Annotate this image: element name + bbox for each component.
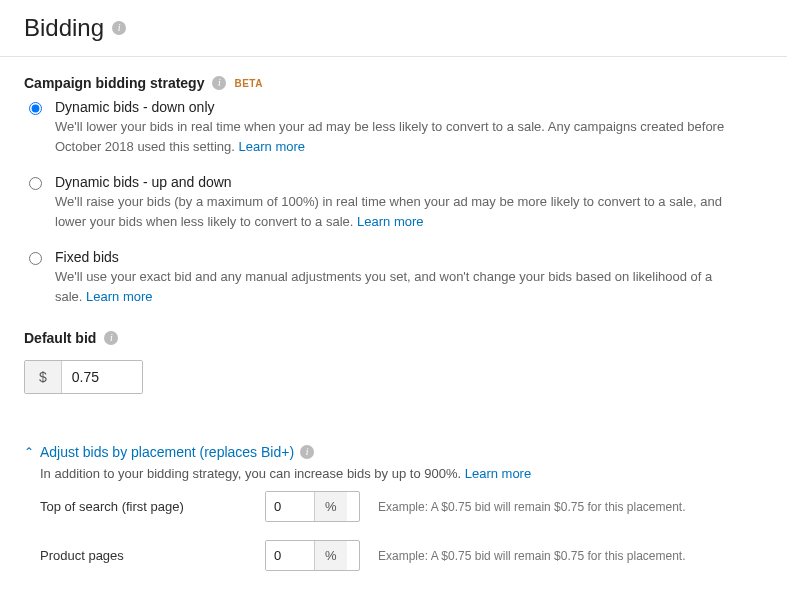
placement-label-product-pages: Product pages [40, 548, 265, 563]
bidding-strategy-radio-group: Dynamic bids - down only We'll lower you… [24, 99, 763, 306]
radio-input[interactable] [29, 177, 42, 190]
default-bid-heading: Default bid [24, 330, 96, 346]
info-icon[interactable]: i [212, 76, 226, 90]
divider [0, 56, 787, 57]
caret-up-icon: ⌃ [24, 446, 34, 458]
placement-example: Example: A $0.75 bid will remain $0.75 f… [360, 500, 763, 514]
adjust-bids-description: In addition to your bidding strategy, yo… [40, 466, 763, 481]
radio-desc-text: We'll use your exact bid and any manual … [55, 269, 712, 304]
percent-suffix: % [314, 541, 347, 570]
radio-input[interactable] [29, 252, 42, 265]
learn-more-link[interactable]: Learn more [357, 214, 423, 229]
info-icon[interactable]: i [104, 331, 118, 345]
info-icon[interactable]: i [112, 21, 126, 35]
placement-label-top-of-search: Top of search (first page) [40, 499, 265, 514]
learn-more-link[interactable]: Learn more [86, 289, 152, 304]
placement-pct-field[interactable]: % [265, 491, 360, 522]
radio-label: Dynamic bids - down only [55, 99, 763, 115]
page-title: Bidding [24, 14, 104, 42]
radio-label: Fixed bids [55, 249, 763, 265]
strategy-heading: Campaign bidding strategy [24, 75, 204, 91]
adjust-bids-heading: Adjust bids by placement (replaces Bid+) [40, 444, 294, 460]
radio-description: We'll lower your bids in real time when … [55, 117, 735, 156]
adjust-bids-toggle[interactable]: ⌃ Adjust bids by placement (replaces Bid… [24, 444, 763, 460]
top-of-search-pct-input[interactable] [266, 492, 314, 521]
placement-pct-field[interactable]: % [265, 540, 360, 571]
radio-description: We'll raise your bids (by a maximum of 1… [55, 192, 735, 231]
radio-input[interactable] [29, 102, 42, 115]
radio-option-fixed-bids[interactable]: Fixed bids We'll use your exact bid and … [24, 249, 763, 306]
placement-example: Example: A $0.75 bid will remain $0.75 f… [360, 549, 763, 563]
learn-more-link[interactable]: Learn more [239, 139, 305, 154]
radio-option-dynamic-up-down[interactable]: Dynamic bids - up and down We'll raise y… [24, 174, 763, 231]
radio-desc-text: We'll lower your bids in real time when … [55, 119, 724, 154]
info-icon[interactable]: i [300, 445, 314, 459]
currency-prefix: $ [25, 361, 62, 393]
radio-description: We'll use your exact bid and any manual … [55, 267, 735, 306]
default-bid-field[interactable]: $ [24, 360, 143, 394]
learn-more-link[interactable]: Learn more [465, 466, 531, 481]
radio-label: Dynamic bids - up and down [55, 174, 763, 190]
product-pages-pct-input[interactable] [266, 541, 314, 570]
adjust-desc-text: In addition to your bidding strategy, yo… [40, 466, 461, 481]
default-bid-input[interactable] [62, 361, 142, 393]
beta-badge: BETA [234, 78, 262, 89]
percent-suffix: % [314, 492, 347, 521]
radio-option-dynamic-down[interactable]: Dynamic bids - down only We'll lower you… [24, 99, 763, 156]
